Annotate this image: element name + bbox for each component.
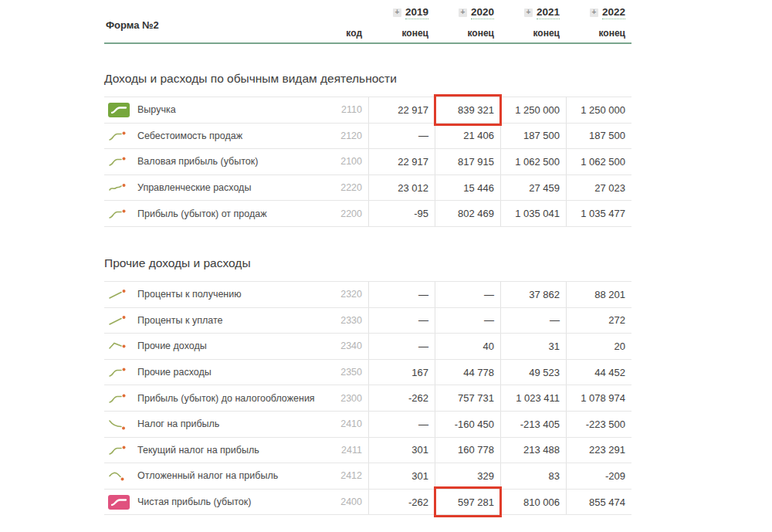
spark-up-icon[interactable] (108, 288, 130, 300)
value-cell-2022: 88 201 (566, 282, 631, 307)
badge-pink-icon[interactable] (108, 495, 130, 510)
spark-rise-icon[interactable] (108, 208, 130, 220)
row-label: Отложенный налог на прибыль (137, 470, 278, 481)
code-column-header: код (346, 28, 362, 39)
spark-wavy-icon[interactable] (108, 181, 130, 194)
value-cell-2019: — (368, 282, 435, 307)
table-row: Выручка 2110 22 917839 3211 250 0001 250… (104, 97, 631, 124)
value-cell-2021: 1 035 041 (500, 201, 566, 226)
year-column-header: + 2022 конец (566, 0, 631, 42)
indicator-cell: Прочие расходы 2350 (104, 360, 368, 385)
value-cell-2021: 31 (500, 334, 566, 359)
spark-rise-icon[interactable] (108, 130, 130, 142)
section-table: Выручка 2110 22 917839 3211 250 0001 250… (104, 97, 631, 227)
period-label: конец (402, 28, 428, 39)
value-cell-2020: 597 281 (435, 490, 500, 515)
row-code: 2320 (340, 289, 362, 300)
table-row: Проценты к уплате 2330 ———272 (104, 308, 631, 334)
value-cell-2021: 37 862 (500, 282, 566, 307)
sections: Доходы и расходы по обычным видам деятел… (104, 72, 631, 515)
value-cell-2022: -209 (566, 463, 631, 489)
value-cell-2022: 223 291 (566, 438, 631, 463)
report-section: Доходы и расходы по обычным видам деятел… (104, 72, 631, 227)
value-cell-2021: 810 006 (500, 490, 566, 515)
indicator-cell: Валовая прибыль (убыток) 2100 (104, 149, 368, 175)
value-cell-2022: 44 452 (566, 360, 631, 385)
value-cell-2020: 44 778 (435, 360, 500, 385)
value-cell-2022: 1 250 000 (566, 97, 631, 123)
spark-rise-icon[interactable] (108, 444, 130, 456)
spark-hump-icon[interactable] (108, 469, 130, 482)
value-cell-2021: — (500, 308, 566, 334)
value-cell-2021: 187 500 (500, 124, 566, 149)
value-cell-2019: -262 (368, 490, 435, 515)
spark-rise-icon[interactable] (108, 392, 130, 405)
table-row: Себестоимость продаж 2120 —21 406187 500… (104, 124, 631, 150)
row-code: 2410 (340, 418, 362, 429)
row-label: Выручка (137, 104, 176, 115)
value-cell-2021: 27 459 (500, 175, 566, 201)
value-cell-2020: 160 778 (435, 438, 500, 463)
year-column-header: + 2019 конец (368, 0, 435, 42)
value-cell-2022: 20 (566, 334, 631, 359)
financial-report: Форма №2 код + 2019 конец + 2020 конец +… (104, 0, 631, 515)
value-cell-2019: — (368, 308, 435, 334)
table-header: Форма №2 код + 2019 конец + 2020 конец +… (104, 0, 631, 44)
year-label-2021[interactable]: 2021 (537, 6, 560, 19)
table-row: Управленческие расходы 2220 23 01215 446… (104, 175, 631, 202)
spark-fall-icon[interactable] (108, 418, 130, 430)
row-code: 2350 (340, 367, 362, 378)
value-cell-2020: 817 915 (435, 149, 500, 175)
value-cell-2020: 40 (435, 334, 500, 359)
row-label: Прочие доходы (137, 341, 207, 351)
value-cell-2021: 1 062 500 (500, 149, 566, 175)
value-cell-2019: — (368, 124, 435, 149)
year-label-2020[interactable]: 2020 (471, 6, 494, 19)
value-cell-2020: — (435, 308, 500, 334)
value-cell-2020: 329 (435, 463, 500, 489)
table-row: Текущий налог на прибыль 2411 301160 778… (104, 438, 631, 464)
value-cell-2019: -95 (368, 201, 435, 226)
indicator-cell: Чистая прибыль (убыток) 2400 (104, 490, 368, 515)
table-row: Проценты к получению 2320 ——37 86288 201 (104, 282, 631, 308)
expand-year-button[interactable]: + (590, 8, 598, 17)
spark-up-icon[interactable] (108, 314, 130, 327)
table-row: Налог на прибыль 2410 —-160 450-213 405-… (104, 412, 631, 438)
value-cell-2019: — (368, 412, 435, 437)
table-row: Прочие доходы 2340 —403120 (104, 334, 631, 360)
row-label: Управленческие расходы (137, 182, 251, 193)
year-label-2019[interactable]: 2019 (405, 6, 428, 19)
indicator-cell: Проценты к получению 2320 (104, 282, 368, 307)
spark-rise-icon[interactable] (108, 155, 130, 168)
indicator-cell: Текущий налог на прибыль 2411 (104, 438, 368, 463)
value-cell-2022: -223 500 (566, 412, 631, 437)
table-row: Прибыль (убыток) до налогообложения 2300… (104, 385, 631, 412)
row-code: 2300 (340, 393, 362, 404)
value-cell-2019: 23 012 (368, 175, 435, 201)
value-cell-2022: 27 023 (566, 175, 631, 201)
value-cell-2020: 839 321 (435, 97, 500, 123)
expand-year-button[interactable]: + (459, 8, 467, 17)
value-cell-2021: -213 405 (500, 412, 566, 437)
year-label-2022[interactable]: 2022 (602, 6, 625, 19)
year-column-header: + 2020 конец (435, 0, 500, 42)
expand-year-button[interactable]: + (393, 8, 401, 17)
value-cell-2022: 1 062 500 (566, 149, 631, 175)
indicator-cell: Налог на прибыль 2410 (104, 412, 368, 437)
expand-year-button[interactable]: + (524, 8, 533, 17)
value-cell-2021: 49 523 (500, 360, 566, 385)
value-cell-2022: 1 078 974 (566, 385, 631, 411)
badge-green-icon[interactable] (108, 103, 130, 117)
row-code: 2220 (340, 182, 362, 193)
period-label: конец (533, 28, 560, 39)
row-code: 2330 (340, 315, 362, 326)
row-label: Прочие расходы (137, 367, 212, 378)
spark-rise-icon[interactable] (108, 366, 130, 378)
indicator-cell: Прибыль (убыток) до налогообложения 2300 (104, 385, 368, 411)
spark-peak-icon[interactable] (108, 340, 130, 352)
value-cell-2022: 1 035 477 (566, 201, 631, 226)
indicator-cell: Прочие доходы 2340 (104, 334, 368, 359)
section-title: Доходы и расходы по обычным видам деятел… (104, 72, 631, 86)
value-cell-2020: 757 731 (435, 385, 500, 411)
value-cell-2020: 21 406 (435, 124, 500, 149)
